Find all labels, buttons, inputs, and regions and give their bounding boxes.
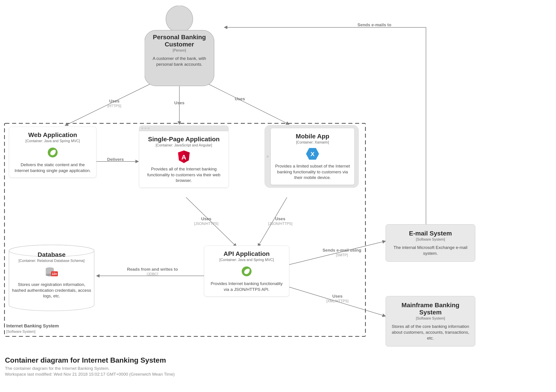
spa-subtitle: [Container: JavaScript and Angular] xyxy=(143,143,224,147)
api-desc: Provides Internet banking functionality … xyxy=(208,281,285,292)
spa-desc: Provides all of the Internet banking fun… xyxy=(143,166,224,183)
boundary-sublabel: [Software System] xyxy=(6,330,35,334)
svg-text:A: A xyxy=(181,153,186,161)
email-desc: The internal Microsoft Exchange e-mail s… xyxy=(390,245,471,256)
person-node: Personal Banking Customer [Person] A cus… xyxy=(147,34,212,67)
person-subtitle: [Person] xyxy=(147,48,212,53)
edge-label-reads-writes: Reads from and writes to [JDBC] xyxy=(124,267,180,276)
web-application-node: Web Application [Container: Java and Spr… xyxy=(9,127,96,178)
edge-label-uses-spa: Uses xyxy=(166,101,193,106)
mobile-subtitle: [Container: Xamarin] xyxy=(275,140,350,144)
edge-label-uses-api-spa: Uses [JSON/HTTPS] xyxy=(186,216,226,226)
db-title: Database xyxy=(10,251,93,258)
web-desc: Delivers the static content and the Inte… xyxy=(13,162,92,173)
footer-line2: Workspace last modified: Wed Nov 21 2018… xyxy=(5,372,175,377)
angular-icon: A xyxy=(143,150,224,163)
footer-line1: The container diagram for the Internet B… xyxy=(5,366,110,371)
mobile-desc: Provides a limited subset of the Interne… xyxy=(275,163,350,180)
mainframe-desc: Stores all of the core banking informati… xyxy=(390,324,471,341)
edge-label-sends-email-using: Sends e-mail using [SMTP] xyxy=(317,248,367,257)
footer-title: Container diagram for Internet Banking S… xyxy=(5,356,166,364)
mobile-title: Mobile App xyxy=(275,133,350,140)
edge-person-mobile xyxy=(202,81,289,125)
svg-point-0 xyxy=(166,6,193,32)
api-title: API Application xyxy=(208,250,285,258)
spa-title: Single-Page Application xyxy=(143,136,224,143)
mainframe-title: Mainframe Banking System xyxy=(390,302,471,316)
mainframe-system-node: Mainframe Banking System [Software Syste… xyxy=(386,296,475,346)
email-title: E-mail System xyxy=(390,230,471,237)
db-subtitle: [Container: Relational Database Schema] xyxy=(10,259,93,263)
api-subtitle: [Container: Java and Spring MVC] xyxy=(208,258,285,262)
edge-label-delivers: Delivers xyxy=(99,157,132,162)
database-node: Database [Container: Relational Database… xyxy=(10,251,93,299)
web-title: Web Application xyxy=(13,131,92,139)
api-application-node: API Application [Container: Java and Spr… xyxy=(204,246,289,297)
email-subtitle: [Software System] xyxy=(390,237,471,242)
edge-label-uses-api-mobile: Uses [JSON/HTTPS] xyxy=(260,216,301,226)
svg-text:12c: 12c xyxy=(52,272,57,276)
spring-icon xyxy=(208,265,285,278)
email-system-node: E-mail System [Software System] The inte… xyxy=(386,224,475,262)
edge-label-uses-web: Uses [HTTPS] xyxy=(103,99,125,108)
boundary-label: Internet Banking System xyxy=(6,323,59,329)
spa-wrapper: Single-Page Application [Container: Java… xyxy=(139,125,229,188)
web-subtitle: [Container: Java and Spring MVC] xyxy=(13,139,92,143)
mainframe-subtitle: [Software System] xyxy=(390,316,471,321)
edge-label-uses-mainframe: Uses [XML/HTTPS] xyxy=(317,294,358,303)
person-desc: A customer of the bank, with personal ba… xyxy=(147,56,212,67)
edge-label-uses-mobile: Uses xyxy=(226,96,253,102)
db-desc: Stores user registration information, ha… xyxy=(10,282,93,299)
spring-icon xyxy=(13,146,92,159)
person-title: Personal Banking Customer xyxy=(147,34,212,48)
mobile-wrapper: Mobile App [Container: Xamarin] X Provid… xyxy=(264,125,359,188)
xamarin-icon: X xyxy=(275,148,350,160)
oracle-db-icon: 12c xyxy=(10,266,93,279)
edge-label-sends-emails-to: Sends e-mails to xyxy=(345,23,403,28)
svg-text:X: X xyxy=(310,151,315,157)
